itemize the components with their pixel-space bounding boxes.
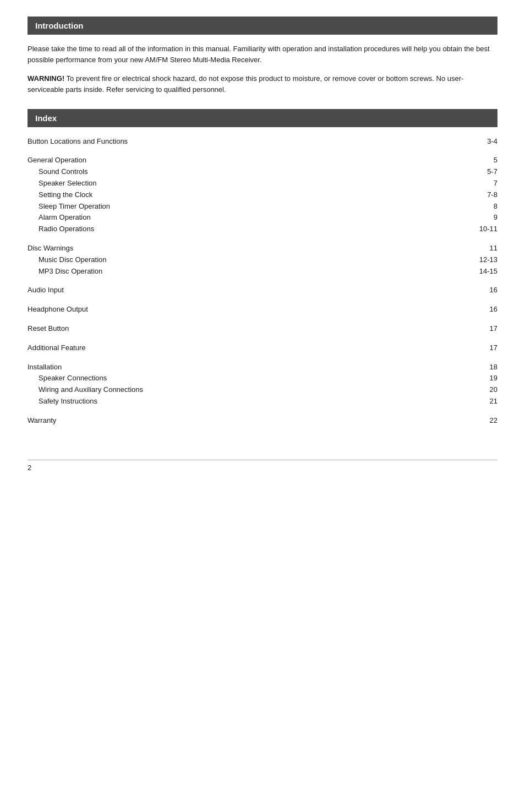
index-main-item: Reset Button17 xyxy=(28,323,497,335)
index-sub-item: Music Disc Operation12-13 xyxy=(28,254,497,266)
index-group: General Operation5Sound Controls5-7Speak… xyxy=(28,155,497,235)
index-sub-item: Speaker Selection7 xyxy=(28,178,497,189)
index-sub-label: Sound Controls xyxy=(39,166,464,178)
index-item-page: 16 xyxy=(464,285,497,296)
index-item-label: Disc Warnings xyxy=(28,243,464,254)
index-sub-label: Alarm Operation xyxy=(39,212,464,224)
index-group: Disc Warnings11Music Disc Operation12-13… xyxy=(28,243,497,277)
index-item-label: Button Locations and Functions xyxy=(28,136,464,148)
index-sub-page: 5-7 xyxy=(464,166,497,178)
index-sub-label: Speaker Connections xyxy=(39,373,464,384)
index-section: Index Button Locations and Functions3-4G… xyxy=(28,109,497,427)
index-sub-page: 21 xyxy=(464,396,497,407)
index-main-item: Disc Warnings11 xyxy=(28,243,497,254)
index-main-item: Warranty22 xyxy=(28,415,497,427)
index-main-item: Headphone Output16 xyxy=(28,304,497,315)
introduction-section: Introduction Please take the time to rea… xyxy=(28,17,497,96)
index-main-item: Audio Input16 xyxy=(28,285,497,296)
index-item-label: Warranty xyxy=(28,415,464,427)
index-sub-label: Setting the Clock xyxy=(39,189,464,201)
index-item-label: Additional Feature xyxy=(28,342,464,354)
index-sub-page: 10-11 xyxy=(464,224,497,235)
warning-paragraph: WARNING! To prevent fire or electrical s… xyxy=(28,73,497,95)
index-group: Additional Feature17 xyxy=(28,342,497,354)
index-sub-label: Radio Operations xyxy=(39,224,464,235)
index-sub-page: 7-8 xyxy=(464,189,497,201)
index-sub-page: 20 xyxy=(464,384,497,396)
warning-body: To prevent fire or electrical shock haza… xyxy=(28,74,463,94)
index-item-page: 18 xyxy=(464,362,497,373)
index-group: Warranty22 xyxy=(28,415,497,427)
index-sub-item: MP3 Disc Operation14-15 xyxy=(28,266,497,277)
index-sub-page: 9 xyxy=(464,212,497,224)
index-sub-page: 14-15 xyxy=(464,266,497,277)
index-sub-label: Speaker Selection xyxy=(39,178,464,189)
index-item-label: Reset Button xyxy=(28,323,464,335)
index-group: Audio Input16 xyxy=(28,285,497,296)
index-sub-item: Setting the Clock7-8 xyxy=(28,189,497,201)
index-sub-label: MP3 Disc Operation xyxy=(39,266,464,277)
index-group: Button Locations and Functions3-4 xyxy=(28,136,497,148)
index-item-page: 11 xyxy=(464,243,497,254)
index-sub-page: 7 xyxy=(464,178,497,189)
index-item-label: Headphone Output xyxy=(28,304,464,315)
index-sub-item: Speaker Connections19 xyxy=(28,373,497,384)
index-item-page: 17 xyxy=(464,342,497,354)
index-sub-label: Sleep Timer Operation xyxy=(39,201,464,212)
index-sub-label: Wiring and Auxiliary Connections xyxy=(39,384,464,396)
index-group: Installation18Speaker Connections19Wirin… xyxy=(28,362,497,407)
index-sub-label: Music Disc Operation xyxy=(39,254,464,266)
page-number: 2 xyxy=(28,464,31,472)
index-group: Reset Button17 xyxy=(28,323,497,335)
index-main-item: General Operation5 xyxy=(28,155,497,166)
index-item-page: 3-4 xyxy=(464,136,497,148)
index-sub-page: 12-13 xyxy=(464,254,497,266)
index-sub-page: 8 xyxy=(464,201,497,212)
introduction-paragraph: Please take the time to read all of the … xyxy=(28,43,497,66)
index-sub-item: Sleep Timer Operation8 xyxy=(28,201,497,212)
index-sub-item: Alarm Operation9 xyxy=(28,212,497,224)
index-item-page: 16 xyxy=(464,304,497,315)
index-item-label: General Operation xyxy=(28,155,464,166)
index-sub-label: Safety Instructions xyxy=(39,396,464,407)
introduction-header: Introduction xyxy=(28,17,497,35)
index-group: Headphone Output16 xyxy=(28,304,497,315)
index-main-item: Additional Feature17 xyxy=(28,342,497,354)
index-item-label: Audio Input xyxy=(28,285,464,296)
index-sub-item: Radio Operations10-11 xyxy=(28,224,497,235)
index-main-item: Button Locations and Functions3-4 xyxy=(28,136,497,148)
index-item-page: 5 xyxy=(464,155,497,166)
warning-label: WARNING! xyxy=(28,74,64,83)
index-item-label: Installation xyxy=(28,362,464,373)
index-main-item: Installation18 xyxy=(28,362,497,373)
index-sub-item: Safety Instructions21 xyxy=(28,396,497,407)
index-sub-item: Wiring and Auxiliary Connections20 xyxy=(28,384,497,396)
index-item-page: 17 xyxy=(464,323,497,335)
footer: 2 xyxy=(28,460,497,472)
index-header: Index xyxy=(28,109,497,127)
index-item-page: 22 xyxy=(464,415,497,427)
index-sub-item: Sound Controls5-7 xyxy=(28,166,497,178)
index-sub-page: 19 xyxy=(464,373,497,384)
index-content: Button Locations and Functions3-4General… xyxy=(28,136,497,427)
